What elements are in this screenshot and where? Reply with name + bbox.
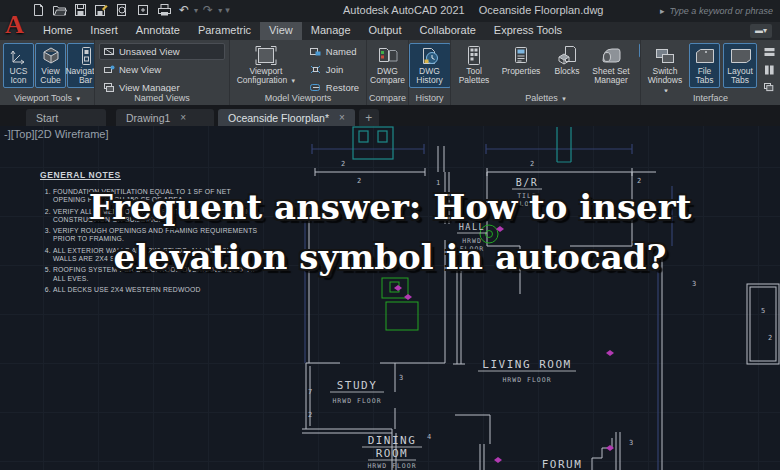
file-tabs-toggle-button[interactable]: File Tabs [689,43,720,88]
tile-horizontally-button[interactable]: Tile Horizontally [760,43,778,60]
btn-label: Bar [79,76,92,85]
qat-customize-icon[interactable]: ▾ [225,5,230,15]
save-as-icon[interactable] [94,3,108,17]
btn-label: Palettes [459,76,490,85]
search-placeholder: Type a keyword or phrase [670,6,773,16]
drawing-canvas[interactable]: -][Top][2D Wireframe] GENERAL NOTES FOUN… [0,126,780,470]
tile-vertically-button[interactable]: Tile Vertically [760,61,778,78]
btn-label: Properties [502,67,541,76]
svg-text:ROOM: ROOM [376,447,409,460]
autocad-app-button[interactable]: A [2,8,27,41]
svg-text:HRWD FLOOR: HRWD FLOOR [332,397,381,405]
viewport-configuration-button[interactable]: Viewport Configuration ▾ [233,43,299,88]
panel-label-interface[interactable]: Interface [641,92,780,105]
panel-label-named-views[interactable]: Named Views [95,92,229,105]
btn-label: Icon [10,76,26,85]
new-view-button[interactable]: New View [99,61,225,78]
design-center-palette-icon[interactable] [639,59,640,74]
view-list-dropdown[interactable]: Unsaved View [99,43,225,60]
svg-text:4: 4 [427,433,431,441]
btn-label: History [416,76,442,85]
panel-interface: Switch Windows ▾ File Tabs Layout Tabs [641,40,780,105]
document-title-text: Oceanside Floorplan.dwg [479,4,604,16]
headline-line2: elevation symbol in autocad? [0,232,780,282]
panel-label-model-viewports[interactable]: Model Viewports [230,92,366,105]
undo-icon[interactable]: ↶ [179,3,189,17]
panel-label-viewport-tools[interactable]: Viewport Tools ▾ [0,92,94,105]
ribbon-tab-collaborate[interactable]: Collaborate [411,22,485,40]
close-icon[interactable]: × [180,112,186,123]
switch-windows-button[interactable]: Switch Windows ▾ [644,43,686,92]
svg-text:HRWD FLOOR: HRWD FLOOR [367,462,416,470]
named-viewports-button[interactable]: Named [305,43,363,60]
calculator-palette-icon[interactable] [639,75,640,90]
redo-dropdown-icon[interactable]: ▾ [218,6,222,15]
file-tab-drawing1[interactable]: Drawing1 × [116,109,214,126]
ribbon-tab-home[interactable]: Home [34,22,81,40]
headline-line1: Frequent answer: How to insert [0,182,780,232]
ucs-axes-icon [9,45,29,67]
open-file-icon[interactable] [52,3,67,17]
btn-label: Tabs [696,76,714,85]
ribbon-tab-annotate[interactable]: Annotate [127,22,189,40]
panel-compare: DWG Compare Compare [367,40,409,105]
panel-model-viewports: Viewport Configuration ▾ Named Join Rest… [230,40,367,105]
ribbon-tab-insert[interactable]: Insert [81,22,127,40]
open-from-web-icon[interactable] [115,3,129,17]
panel-label-history[interactable]: History [409,92,450,105]
save-to-web-icon[interactable] [136,3,150,17]
btn-label: Join [326,64,343,75]
help-search-box[interactable]: ▸ Type a keyword or phrase [660,3,778,18]
panel-label-compare[interactable]: Compare [367,92,408,105]
sheet-set-manager-icon [600,45,622,67]
ribbon-tab-manage[interactable]: Manage [302,22,360,40]
restore-viewports-button[interactable]: Restore [305,79,363,92]
view-cube-toggle-button[interactable]: View Cube [35,43,66,88]
ribbon-tab-parametric[interactable]: Parametric [189,22,260,40]
btn-label: Manager [594,76,628,85]
tool-palettes-button[interactable]: Tool Palettes [455,43,493,88]
blocks-button[interactable]: Blocks [549,43,585,78]
dwg-compare-button[interactable]: DWG Compare [367,43,408,88]
dwg-history-button[interactable]: DWG History [409,43,450,88]
restore-viewports-icon [309,82,322,92]
window-title: Autodesk AutoCAD 2021 Oceanside Floorpla… [343,4,603,16]
new-drawing-tab-button[interactable]: + [359,109,379,126]
navigation-bar-toggle-button[interactable]: Navigation Bar [67,43,94,88]
command-line-palette-icon[interactable] [639,43,640,58]
join-viewports-icon [309,64,322,75]
new-file-icon[interactable] [32,3,45,17]
ribbon-tab-view[interactable]: View [260,22,302,40]
properties-button[interactable]: Properties [496,43,546,78]
svg-text:3: 3 [399,374,403,382]
panel-viewport-tools: UCS Icon View Cube Navigation Bar Viewpo… [0,40,95,105]
title-bar: ↶ ▾ ↷ ▾ ▾ Autodesk AutoCAD 2021 Oceansid… [0,0,780,23]
plot-icon[interactable] [157,3,172,17]
ribbon-tab-output[interactable]: Output [360,22,411,40]
search-arrow-icon: ▸ [660,6,665,16]
ribbon-display-toggle[interactable]: ▬▾ [750,24,772,38]
undo-dropdown-icon[interactable]: ▾ [194,6,198,15]
ribbon-tab-express-tools[interactable]: Express Tools [485,22,571,40]
dwg-compare-icon [377,45,399,67]
sheet-set-manager-button[interactable]: Sheet Set Manager [588,43,634,88]
ucs-icon-toggle-button[interactable]: UCS Icon [3,43,34,88]
panel-label-palettes[interactable]: Palettes ▾ [451,92,640,105]
redo-icon[interactable]: ↷ [203,3,213,17]
switch-windows-icon [654,45,676,67]
headline-overlay: Frequent answer: How to insert elevation… [0,182,780,282]
btn-label: Cube [40,76,60,85]
layout-tabs-icon [729,45,751,67]
quick-access-toolbar: ↶ ▾ ↷ ▾ ▾ [32,3,228,17]
svg-text:5: 5 [761,307,765,315]
panel-palettes: Tool Palettes Properties Blocks Sheet Se… [451,40,641,105]
view-manager-button[interactable]: View Manager [99,79,225,92]
floorplan-drawing: 2 2 1 2 2 3 7 2 3 4 3 5 2 B/R TILE FLOOR [0,126,780,470]
cascade-button[interactable]: Cascade [760,79,778,92]
file-tab-oceanside-floorplan[interactable]: Oceanside Floorplan* × [218,109,355,126]
save-icon[interactable] [74,3,87,17]
layout-tabs-toggle-button[interactable]: Layout Tabs [723,43,757,88]
join-viewports-button[interactable]: Join [305,61,363,78]
file-tab-start[interactable]: Start [26,109,106,126]
close-icon[interactable]: × [339,112,345,123]
